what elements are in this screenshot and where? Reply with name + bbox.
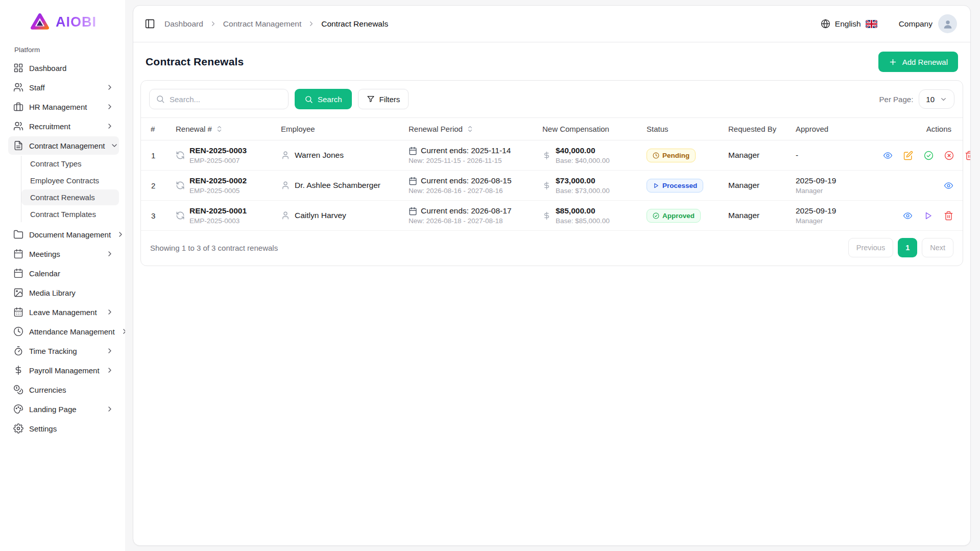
sidebar-subitem-contract-renewals[interactable]: Contract Renewals xyxy=(21,189,119,205)
view-action-button[interactable] xyxy=(883,151,893,160)
table-toolbar: Search Filters Per Page: 10 xyxy=(141,81,963,117)
calendar-icon xyxy=(13,249,23,259)
sidebar-submenu: Contract TypesEmployee ContractsContract… xyxy=(21,156,119,222)
per-page-select[interactable]: 10 xyxy=(919,89,954,109)
page-number-button[interactable]: 1 xyxy=(898,238,917,257)
employee-name: Dr. Ashlee Schamberger xyxy=(295,181,380,190)
view-action-button[interactable] xyxy=(903,211,913,221)
eye-icon xyxy=(903,211,913,221)
reject-action-button[interactable] xyxy=(944,151,954,160)
sidebar-item-label: Recruitment xyxy=(29,122,100,131)
delete-action-button[interactable] xyxy=(965,151,970,160)
sidebar-item-hr-management[interactable]: HR Management xyxy=(8,98,119,116)
sidebar-item-time-tracking[interactable]: Time Tracking xyxy=(8,342,119,360)
file-text-icon xyxy=(13,140,23,151)
employee-code: EMP-2025-0007 xyxy=(189,157,247,164)
delete-action-button[interactable] xyxy=(944,211,953,221)
chevron-right-icon xyxy=(307,20,315,28)
add-renewal-button[interactable]: Add Renewal xyxy=(878,52,958,72)
base-compensation: Base: $85,000.00 xyxy=(556,217,610,225)
renewal-number: REN-2025-0001 xyxy=(189,206,247,215)
sidebar-item-dashboard[interactable]: Dashboard xyxy=(8,59,119,77)
process-action-button[interactable] xyxy=(923,211,933,221)
sidebar-item-calendar[interactable]: Calendar xyxy=(8,264,119,282)
calendar-icon xyxy=(409,207,417,215)
language-selector[interactable]: English xyxy=(821,19,877,29)
sidebar-subitem-employee-contracts[interactable]: Employee Contracts xyxy=(21,173,119,188)
sidebar-item-label: Dashboard xyxy=(29,64,114,73)
sidebar-item-document-management[interactable]: Document Management xyxy=(8,225,119,244)
new-compensation: $40,000.00 xyxy=(556,146,610,155)
chevron-down-icon xyxy=(110,141,118,150)
dollar-icon xyxy=(542,181,551,190)
chevrons-up-down-icon xyxy=(466,125,474,133)
sidebar-toggle-button[interactable] xyxy=(145,18,155,29)
column-header-renewal-period[interactable]: Renewal Period xyxy=(403,118,537,140)
uk-flag-icon xyxy=(866,20,877,28)
sidebar-item-currencies[interactable]: Currencies xyxy=(8,380,119,399)
sidebar-item-leave-management[interactable]: Leave Management xyxy=(8,303,119,321)
breadcrumb-item-dashboard[interactable]: Dashboard xyxy=(164,19,203,29)
chevron-right-icon xyxy=(121,327,125,336)
language-label: English xyxy=(835,19,861,29)
new-compensation: $85,000.00 xyxy=(556,206,610,215)
search-input[interactable] xyxy=(170,95,282,104)
sidebar-item-staff[interactable]: Staff xyxy=(8,78,119,97)
refresh-icon xyxy=(176,181,185,190)
chevron-right-icon xyxy=(116,230,125,238)
briefcase-icon xyxy=(13,102,23,112)
play-icon xyxy=(653,182,659,189)
breadcrumb-item-contract-management[interactable]: Contract Management xyxy=(223,19,301,29)
chevron-right-icon xyxy=(209,20,217,28)
timer-icon xyxy=(13,346,23,356)
sidebar-item-recruitment[interactable]: Recruitment xyxy=(8,117,119,135)
sidebar-item-media-library[interactable]: Media Library xyxy=(8,283,119,302)
edit-action-button[interactable] xyxy=(903,151,913,160)
calendar-days-icon xyxy=(13,307,23,317)
search-icon xyxy=(304,95,313,104)
per-page-label: Per Page: xyxy=(879,95,914,104)
sidebar-subitem-contract-templates[interactable]: Contract Templates xyxy=(21,206,119,222)
view-action-button[interactable] xyxy=(944,181,953,190)
requested-by: Manager xyxy=(728,151,785,160)
sidebar-item-attendance-management[interactable]: Attendance Management xyxy=(8,322,119,341)
sidebar-item-payroll-management[interactable]: Payroll Management xyxy=(8,361,119,379)
pencil-square-icon xyxy=(903,151,913,160)
next-page-button[interactable]: Next xyxy=(922,238,953,257)
sidebar-item-label: Time Tracking xyxy=(29,347,100,355)
chevron-right-icon xyxy=(106,308,114,316)
column-header-renewal[interactable]: Renewal # xyxy=(171,118,276,140)
sidebar-section-label: Platform xyxy=(14,46,125,54)
status-badge: Processed xyxy=(647,179,703,193)
sidebar-item-landing-page[interactable]: Landing Page xyxy=(8,400,119,418)
approve-action-button[interactable] xyxy=(924,151,934,160)
x-circle-icon xyxy=(944,151,954,160)
account-menu[interactable]: Company xyxy=(899,14,957,33)
sidebar: AIOBI Platform DashboardStaffHR Manageme… xyxy=(0,0,125,551)
filters-button[interactable]: Filters xyxy=(358,89,409,109)
column-header-: # xyxy=(141,118,171,140)
status-badge: Approved xyxy=(647,209,701,223)
sidebar-subitem-contract-types[interactable]: Contract Types xyxy=(21,156,119,172)
check-circle-icon xyxy=(653,212,659,219)
table-row: 1REN-2025-0003EMP-2025-0007Warren JonesC… xyxy=(141,140,963,171)
play-icon xyxy=(923,211,933,221)
contract-renewals-table: #Renewal #EmployeeRenewal PeriodNew Comp… xyxy=(141,117,963,231)
period-new: New: 2026-08-16 - 2027-08-16 xyxy=(409,187,532,195)
previous-page-button[interactable]: Previous xyxy=(848,238,893,257)
sidebar-item-settings[interactable]: Settings xyxy=(8,419,119,438)
sidebar-item-meetings[interactable]: Meetings xyxy=(8,245,119,263)
sidebar-item-contract-management[interactable]: Contract Management xyxy=(8,136,119,155)
contract-renewals-panel: Search Filters Per Page: 10 xyxy=(140,80,963,266)
page-body: Contract Renewals Add Renewal xyxy=(133,42,970,545)
pagination: Previous 1 Next xyxy=(848,238,953,257)
search-button[interactable]: Search xyxy=(295,89,352,109)
approved-date: 2025-09-19 xyxy=(796,176,862,185)
sidebar-item-label: Settings xyxy=(29,424,114,433)
eye-icon xyxy=(944,181,953,190)
period-new: New: 2026-08-18 - 2027-08-18 xyxy=(409,217,532,225)
panel-left-icon xyxy=(145,18,155,29)
employee-name: Warren Jones xyxy=(295,151,344,160)
dollar-icon xyxy=(542,151,551,160)
requested-by: Manager xyxy=(728,181,785,190)
